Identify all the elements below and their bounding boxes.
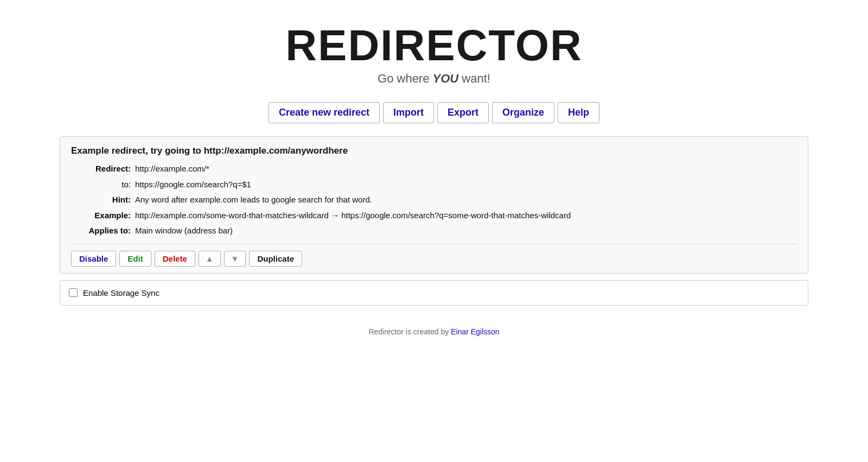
duplicate-button[interactable]: Duplicate [249,251,302,267]
footer-text: Redirector is created by [368,327,451,336]
import-button[interactable]: Import [383,102,434,123]
export-button[interactable]: Export [437,102,489,123]
footer-link[interactable]: Einar Egilsson [451,327,500,336]
example-label: Example: [82,210,131,222]
hint-value: Any word after example.com leads to goog… [135,194,372,206]
redirect-card: Example redirect, try going to http://ex… [60,136,808,274]
disable-button[interactable]: Disable [71,251,116,267]
app-title: REDIRECTOR [285,22,582,69]
footer: Redirector is created by Einar Egilsson [368,327,499,336]
app-header: REDIRECTOR Go where YOU want! [285,22,582,86]
to-value: https://google.com/search?q=$1 [135,179,251,191]
storage-sync-label[interactable]: Enable Storage Sync [83,288,159,298]
edit-button[interactable]: Edit [119,251,151,267]
applies-value: Main window (address bar) [135,225,233,237]
redirect-actions: Disable Edit Delete ▲ ▼ Duplicate [71,244,797,273]
help-button[interactable]: Help [558,102,599,123]
applies-field-row: Applies to: Main window (address bar) [82,225,797,237]
subtitle-prefix: Go where [378,72,433,85]
redirect-value: http://example.com/* [135,163,209,175]
delete-button[interactable]: Delete [155,251,195,267]
example-value: http://example.com/some-word-that-matche… [135,210,571,222]
hint-field-row: Hint: Any word after example.com leads t… [82,194,797,206]
applies-label: Applies to: [82,225,131,237]
redirect-label: Redirect: [82,163,131,175]
redirect-fields: Redirect: http://example.com/* to: https… [82,163,797,237]
main-content: Example redirect, try going to http://ex… [60,136,808,306]
to-field-row: to: https://google.com/search?q=$1 [82,179,797,191]
to-label: to: [82,179,131,191]
hint-label: Hint: [82,194,131,206]
redirect-card-title: Example redirect, try going to http://ex… [71,145,797,156]
organize-button[interactable]: Organize [492,102,554,123]
subtitle-suffix: want! [458,72,490,85]
create-new-redirect-button[interactable]: Create new redirect [269,102,380,123]
storage-sync-row: Enable Storage Sync [60,280,808,306]
app-subtitle: Go where YOU want! [285,72,582,86]
subtitle-emphasis: YOU [433,72,459,85]
example-field-row: Example: http://example.com/some-word-th… [82,210,797,222]
storage-sync-checkbox[interactable] [69,288,78,297]
move-up-button[interactable]: ▲ [199,251,221,267]
toolbar: Create new redirect Import Export Organi… [269,102,599,123]
redirect-field-row: Redirect: http://example.com/* [82,163,797,175]
move-down-button[interactable]: ▼ [224,251,246,267]
